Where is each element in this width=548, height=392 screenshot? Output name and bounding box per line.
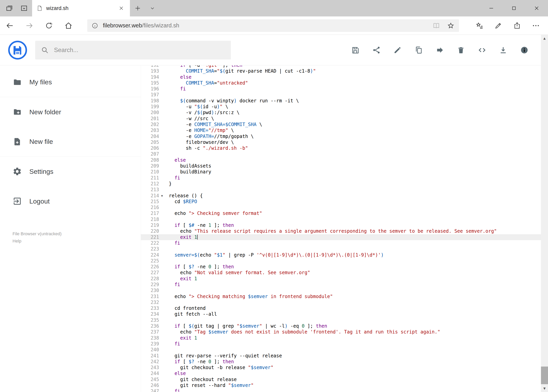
tab-preview-toggle[interactable]	[146, 0, 159, 16]
code-line[interactable]: 247 fi	[141, 388, 541, 392]
code-line[interactable]: 231 echo "> Checking matching $semver in…	[141, 294, 541, 299]
code-line[interactable]: 221 exit 1	[141, 234, 541, 240]
code-line[interactable]: 225	[141, 258, 541, 264]
code-line[interactable]: 193 COMMIT_SHA="$(git rev-parse HEAD | c…	[141, 68, 541, 74]
home-button[interactable]	[59, 16, 78, 35]
code-line[interactable]: 227 echo "Not valid semver format. See s…	[141, 270, 541, 276]
delete-button[interactable]	[450, 40, 472, 61]
code-line[interactable]: 246 git reset --hard "$semver"	[141, 382, 541, 388]
code-line[interactable]: 207	[141, 151, 541, 157]
close-button[interactable]	[525, 0, 548, 16]
code-line[interactable]: 209 buildAssets	[141, 163, 541, 169]
download-button[interactable]	[493, 40, 514, 61]
scrollbar-thumb[interactable]	[541, 367, 548, 384]
code-line[interactable]: 199 -u "$(id -u)" \	[141, 104, 541, 110]
code-line[interactable]: 197	[141, 92, 541, 98]
sidebar-item-my-files[interactable]: My files	[0, 67, 141, 97]
tab-close-button[interactable]	[117, 4, 126, 13]
code-line[interactable]: 216	[141, 204, 541, 210]
address-bar[interactable]: filebrowser.web/files/wizard.sh	[87, 19, 459, 32]
code-line[interactable]: 232	[141, 299, 541, 305]
filebrowser-logo[interactable]	[8, 40, 28, 60]
code-line[interactable]: 240	[141, 347, 541, 353]
code-line[interactable]: 205 filebrowser/dev \	[141, 139, 541, 145]
reading-view-icon[interactable]	[432, 22, 440, 29]
scrollbar-up-button[interactable]: ▲	[541, 35, 548, 42]
code-line[interactable]: 212}	[141, 181, 541, 187]
code-line[interactable]: 215 cd $REPO	[141, 199, 541, 204]
forward-button[interactable]	[20, 16, 39, 35]
back-button[interactable]	[0, 16, 20, 35]
sidebar-item-logout[interactable]: Logout	[0, 186, 141, 216]
code-line[interactable]: 194 else	[141, 74, 541, 80]
code-line[interactable]: 208 else	[141, 157, 541, 163]
code-line[interactable]: 230	[141, 287, 541, 293]
set-tabs-aside-button[interactable]	[3, 2, 15, 14]
code-line[interactable]: 192 if [ -d ".git" ]; then	[141, 65, 541, 68]
code-line[interactable]: 220 echo "This release script requires a…	[141, 228, 541, 234]
code-line[interactable]: 200 -v /$(pwd):/src:z \	[141, 110, 541, 115]
site-info-icon[interactable]	[91, 22, 98, 29]
maximize-button[interactable]	[503, 0, 525, 16]
code-line[interactable]: 203 -e HOME="//tmp" \	[141, 127, 541, 133]
code-line[interactable]: 195 COMMIT_SHA="untracked"	[141, 80, 541, 86]
sidebar-item-new-file[interactable]: New file	[0, 127, 141, 157]
minimize-button[interactable]	[480, 0, 503, 16]
share-page-button[interactable]	[508, 16, 527, 35]
search-box[interactable]	[35, 41, 231, 59]
code-line[interactable]: 234 git fetch --all	[141, 311, 541, 317]
code-line[interactable]: 206 sh -c "./wizard.sh -b"	[141, 145, 541, 151]
code-line[interactable]: 229 fi	[141, 282, 541, 287]
url-text[interactable]: filebrowser.web/files/wizard.sh	[103, 22, 179, 29]
web-note-button[interactable]	[489, 16, 508, 35]
code-editor[interactable]: 192 if [ -d ".git" ]; then193 COMMIT_SHA…	[141, 65, 541, 392]
code-line[interactable]: 239 fi	[141, 341, 541, 347]
raw-view-button[interactable]	[472, 40, 493, 61]
move-button[interactable]	[429, 40, 450, 61]
copy-button[interactable]	[408, 40, 429, 61]
code-line[interactable]: 228 exit 1	[141, 276, 541, 282]
rename-button[interactable]	[387, 40, 408, 61]
code-line[interactable]: 224 semver=$(echo "$1" | grep -P '^v(0|[…	[141, 252, 541, 258]
code-line[interactable]: 241 git rev-parse --verify --quiet relea…	[141, 353, 541, 359]
page-scrollbar[interactable]: ▲ ▼	[541, 35, 548, 392]
code-line[interactable]: 236 if [ $(git tag | grep "$semver" | wc…	[141, 323, 541, 329]
fold-marker-icon[interactable]: ▾	[159, 193, 165, 199]
code-line[interactable]: 245 git checkout release	[141, 377, 541, 382]
code-line[interactable]: 202 -e COMMIT_SHA=$COMMIT_SHA \	[141, 121, 541, 127]
code-line[interactable]: 213	[141, 187, 541, 193]
code-line[interactable]: 211 fi	[141, 175, 541, 181]
code-line[interactable]: 235	[141, 317, 541, 323]
sidebar-item-settings[interactable]: Settings	[0, 157, 141, 186]
code-line[interactable]: 243 git checkout -b release "$semver"	[141, 364, 541, 371]
code-line[interactable]: 238 exit 1	[141, 335, 541, 341]
code-line[interactable]: 244 else	[141, 371, 541, 376]
code-line[interactable]: 223	[141, 246, 541, 252]
code-line[interactable]: 222 fi	[141, 240, 541, 246]
new-tab-button[interactable]	[130, 0, 146, 16]
save-button[interactable]	[345, 40, 366, 61]
code-line[interactable]: 242 if [ $? -ne 0 ]; then	[141, 359, 541, 364]
help-link[interactable]: Help	[13, 237, 62, 245]
refresh-button[interactable]	[39, 16, 59, 35]
share-file-button[interactable]	[366, 40, 387, 61]
info-button[interactable]	[514, 40, 535, 61]
code-line[interactable]: 218	[141, 217, 541, 222]
sidebar-item-new-folder[interactable]: New folder	[0, 97, 141, 127]
tab-previews-button[interactable]	[18, 2, 30, 14]
code-line[interactable]: 201 -w //src \	[141, 116, 541, 121]
code-line[interactable]: 233 cd frontend	[141, 305, 541, 311]
code-line[interactable]: 219 if [ $# -ne 1 ]; then	[141, 222, 541, 228]
code-line[interactable]: 214▾release () {	[141, 193, 541, 199]
scrollbar-down-button[interactable]: ▼	[541, 385, 548, 392]
code-line[interactable]: 196 fi	[141, 86, 541, 92]
code-line[interactable]: 204 -e GOPATH=//tmp/gopath \	[141, 133, 541, 139]
code-line[interactable]: 237 echo "Tag $semver does not exist in …	[141, 329, 541, 335]
code-line[interactable]: 198 $(command -v winpty) docker run --rm…	[141, 98, 541, 104]
hub-favorites-button[interactable]	[470, 16, 489, 35]
favorite-star-icon[interactable]	[447, 22, 455, 29]
search-input[interactable]	[54, 47, 225, 54]
more-actions-button[interactable]	[527, 16, 545, 35]
code-line[interactable]: 226 if [ $? -ne 0 ]; then	[141, 264, 541, 270]
code-line[interactable]: 210 buildBinary	[141, 169, 541, 175]
